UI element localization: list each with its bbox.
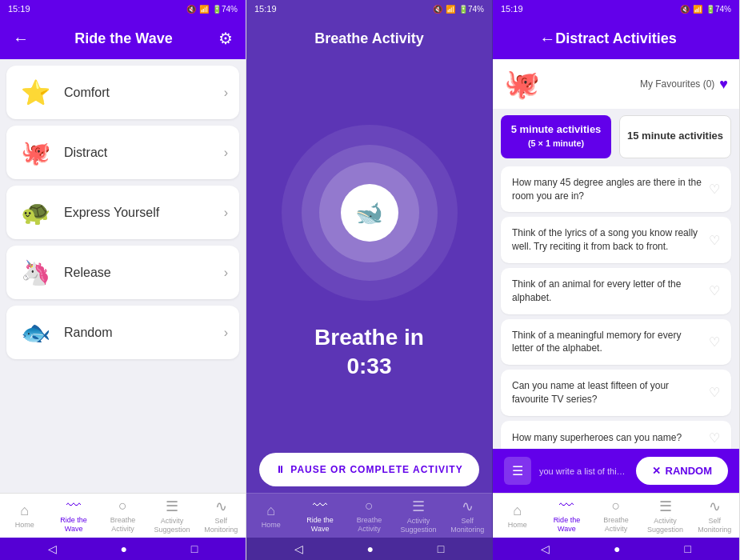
chevron-release: › <box>224 266 228 280</box>
nav-breathe-1[interactable]: ○ BreatheActivity <box>98 494 147 538</box>
back-sys-btn-1[interactable]: ◁ <box>48 542 57 555</box>
list-icon-button[interactable]: ☰ <box>504 457 531 485</box>
back-icon-3[interactable]: ← <box>539 30 555 48</box>
back-icon-1[interactable]: ← <box>13 30 29 48</box>
breathing-circles: 🐋 <box>282 125 458 301</box>
heart-icon-2[interactable]: ♡ <box>709 283 720 298</box>
self-icon-1: ∿ <box>215 498 227 515</box>
menu-item-express[interactable]: 🐢 Express Yourself › <box>6 186 239 239</box>
nav-breathe-label-2: BreatheActivity <box>357 516 382 534</box>
tab-5min[interactable]: 5 minute activities(5 × 1 minute) <box>501 115 611 158</box>
menu-item-random[interactable]: 🐟 Random › <box>6 306 239 359</box>
chevron-express: › <box>224 206 228 220</box>
release-label: Release <box>64 266 111 280</box>
home-sys-btn-2[interactable]: ● <box>367 542 374 555</box>
nav-self-2[interactable]: ∿ SelfMonitoring <box>443 494 492 538</box>
status-icons-3: 🔇 📶 🔋74% <box>680 5 731 14</box>
nav-breathe-2[interactable]: ○ BreatheActivity <box>345 494 394 538</box>
list-icon: ☰ <box>512 464 523 478</box>
status-bar-3: 15:19 🔇 📶 🔋74% <box>493 0 739 18</box>
activity-icon-2: ☰ <box>412 498 425 515</box>
nav-breathe-3[interactable]: ○ BreatheActivity <box>591 494 641 538</box>
system-bar-2: ◁ ● □ <box>246 538 492 560</box>
nav-activity-label-2: ActivitySuggestion <box>400 517 436 534</box>
activity-card-0[interactable]: How many 45 degree angles are there in t… <box>501 166 731 213</box>
nav-home-2[interactable]: ⌂ Home <box>246 494 295 538</box>
heart-icon-4[interactable]: ♡ <box>709 385 720 400</box>
nav-home-1[interactable]: ⌂ Home <box>0 494 49 538</box>
nav-self-label-3: SelfMonitoring <box>698 517 731 534</box>
nav-breathe-label-1: BreatheActivity <box>110 516 136 534</box>
chevron-random: › <box>224 326 228 340</box>
activity-card-4[interactable]: Can you name at least fifteen of your fa… <box>501 370 731 416</box>
distract-icon: 🐙 <box>18 138 53 166</box>
random-icon: 🐟 <box>18 318 53 346</box>
activity-card-2[interactable]: Think of an animal for every letter of t… <box>501 268 731 314</box>
settings-icon[interactable]: ⚙ <box>218 29 233 48</box>
nav-self-1[interactable]: ∿ SelfMonitoring <box>197 494 246 538</box>
home-sys-btn-1[interactable]: ● <box>121 542 127 555</box>
breathe-footer: ⏸ PAUSE OR COMPLETE ACTIVITY <box>246 445 492 493</box>
status-icons-2: 🔇 📶 🔋74% <box>433 5 484 14</box>
status-time-3: 15:19 <box>501 4 523 14</box>
bottom-nav-2: ⌂ Home 〰 Ride theWave ○ BreatheActivity … <box>246 493 492 538</box>
pause-icon: ⏸ <box>275 464 286 475</box>
heart-filled-icon[interactable]: ♥ <box>719 76 728 93</box>
home-icon-1: ⌂ <box>20 502 29 519</box>
breathe-text-container: Breathe in 0:33 <box>314 325 424 379</box>
wave-icon-2: 〰 <box>313 498 327 514</box>
square-sys-btn-2[interactable]: □ <box>438 542 444 555</box>
activity-card-1[interactable]: Think of the lyrics of a song you know r… <box>501 217 731 263</box>
nav-ride-label-1: Ride theWave <box>60 516 87 534</box>
activity-text-5: How many superheroes can you name? <box>512 431 709 445</box>
back-sys-btn-2[interactable]: ◁ <box>294 542 303 555</box>
status-time-2: 15:19 <box>254 4 277 14</box>
nav-ride-label-2: Ride theWave <box>306 516 334 534</box>
self-icon-3: ∿ <box>709 498 721 515</box>
home-sys-btn-3[interactable]: ● <box>614 542 620 555</box>
nav-activity-1[interactable]: ☰ ActivitySuggestion <box>147 494 196 538</box>
tab-15min[interactable]: 15 minute activities <box>619 115 731 158</box>
heart-icon-0[interactable]: ♡ <box>709 182 720 197</box>
header-title-2: Breathe Activity <box>314 30 423 47</box>
wave-icon-3: 〰 <box>559 498 574 514</box>
whale-emoji: 🐋 <box>355 200 383 226</box>
activity-icon-3: ☰ <box>659 498 672 515</box>
status-icons-1: 🔇 📶 🔋74% <box>186 5 238 14</box>
back-sys-btn-3[interactable]: ◁ <box>541 542 550 555</box>
comfort-icon: ⭐ <box>18 78 53 106</box>
chevron-comfort: › <box>224 86 228 100</box>
breathe-timer: 0:33 <box>314 354 424 379</box>
action-text: you write a list of things w... <box>531 466 636 476</box>
heart-icon-1[interactable]: ♡ <box>709 233 720 248</box>
menu-item-release[interactable]: 🦄 Release › <box>6 246 239 299</box>
home-icon-3: ⌂ <box>513 502 522 519</box>
favourites-label: My Favourites (0) <box>640 78 714 90</box>
breathe-icon-1: ○ <box>118 498 127 514</box>
pause-complete-button[interactable]: ⏸ PAUSE OR COMPLETE ACTIVITY <box>259 453 479 486</box>
heart-icon-5[interactable]: ♡ <box>709 430 720 446</box>
nav-ride-1[interactable]: 〰 Ride theWave <box>49 494 98 538</box>
nav-activity-3[interactable]: ☰ ActivitySuggestion <box>641 494 690 538</box>
nav-ride-2[interactable]: 〰 Ride theWave <box>295 494 344 538</box>
menu-list: ⭐ Comfort › 🐙 Distract › 🐢 Express Yours… <box>0 59 246 493</box>
activity-card-3[interactable]: Think of a meaningful memory for every l… <box>501 319 731 366</box>
panel-breathe-activity: 15:19 🔇 📶 🔋74% Breathe Activity 🐋 Breath… <box>246 0 493 560</box>
menu-item-comfort[interactable]: ⭐ Comfort › <box>6 66 239 119</box>
nav-self-label-1: SelfMonitoring <box>204 517 238 534</box>
nav-ride-3[interactable]: 〰 Ride theWave <box>542 494 592 538</box>
square-sys-btn-3[interactable]: □ <box>685 542 691 555</box>
activity-card-5[interactable]: How many superheroes can you name? ♡ <box>501 421 731 449</box>
express-label: Express Yourself <box>64 206 159 220</box>
nav-self-3[interactable]: ∿ SelfMonitoring <box>690 494 739 538</box>
octopus-icon: 🐙 <box>504 67 540 101</box>
square-sys-btn-1[interactable]: □ <box>191 542 198 555</box>
random-button[interactable]: ✕ RANDOM <box>636 457 729 485</box>
activity-text-1: Think of the lyrics of a song you know r… <box>512 226 709 254</box>
nav-activity-label-1: ActivitySuggestion <box>154 517 190 534</box>
menu-item-distract[interactable]: 🐙 Distract › <box>6 126 239 179</box>
nav-self-label-2: SelfMonitoring <box>450 517 484 534</box>
nav-home-3[interactable]: ⌂ Home <box>493 494 542 538</box>
heart-icon-3[interactable]: ♡ <box>709 334 720 350</box>
nav-activity-2[interactable]: ☰ ActivitySuggestion <box>394 494 442 538</box>
